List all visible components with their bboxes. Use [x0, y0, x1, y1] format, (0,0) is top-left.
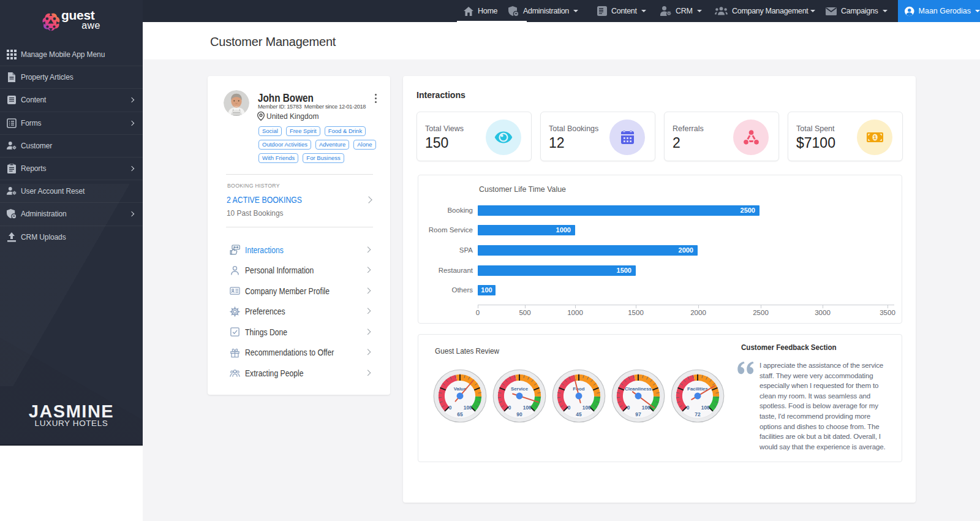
svg-text:Service: Service — [511, 386, 529, 392]
svg-text:45: 45 — [576, 411, 582, 417]
svg-text:1: 1 — [873, 134, 876, 140]
svg-text:100: 100 — [464, 405, 472, 411]
svg-text:97: 97 — [635, 411, 641, 417]
svg-text:100: 100 — [642, 405, 650, 411]
svg-text:65: 65 — [457, 411, 463, 417]
svg-text:0: 0 — [449, 405, 452, 411]
svg-text:0: 0 — [568, 405, 571, 411]
svg-text:72: 72 — [695, 411, 701, 417]
svg-text:0: 0 — [687, 405, 690, 411]
svg-text:100: 100 — [523, 405, 532, 411]
svg-text:90: 90 — [516, 411, 522, 417]
svg-text:Cleanliness: Cleanliness — [625, 386, 652, 392]
svg-text:0: 0 — [508, 405, 511, 411]
svg-text:100: 100 — [701, 405, 710, 411]
svg-text:0: 0 — [627, 405, 630, 411]
svg-text:Food: Food — [573, 386, 584, 392]
svg-text:100: 100 — [582, 405, 591, 411]
